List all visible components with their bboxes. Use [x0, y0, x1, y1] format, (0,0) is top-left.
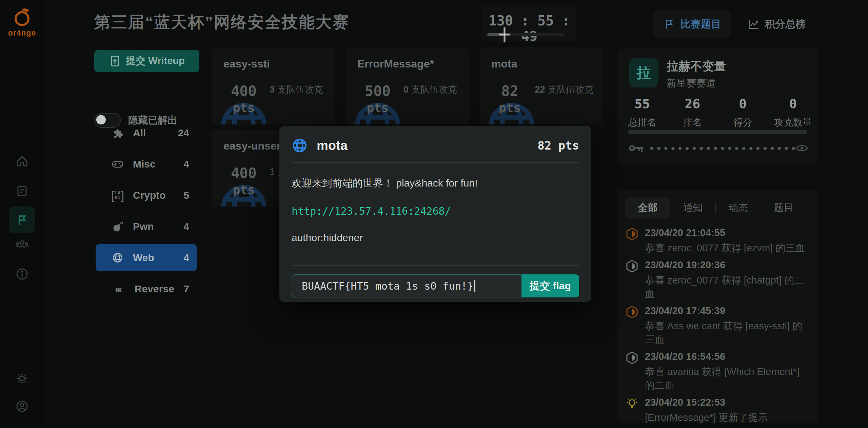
feed-tabs: 全部 通知 动态 题目 [625, 197, 818, 218]
modal-header: mota 82 pts [292, 137, 579, 154]
category-pwn[interactable]: Pwn 4 [96, 213, 197, 240]
challenge-card-mota[interactable]: mota 82pts 22支队伍攻克 [480, 47, 603, 124]
challenge-points: 82 [499, 83, 521, 99]
category-label: All [133, 127, 146, 139]
feed-tab-all[interactable]: 全部 [625, 197, 670, 218]
category-all[interactable]: All 24 [96, 119, 197, 147]
team-track: 新星赛赛道 [667, 77, 716, 90]
challenge-link[interactable]: http://123.57.4.116:24268/ [292, 205, 579, 217]
points-unit: pts [231, 183, 257, 197]
feed-tab-challenges[interactable]: 题目 [761, 197, 806, 218]
nav-challenges-label: 比赛题目 [680, 17, 721, 31]
points-unit: pts [365, 101, 391, 115]
feed-item: 23/04/20 17:45:39 恭喜 Ass we cant 获得 [eas… [625, 305, 810, 346]
upload-document-icon [109, 55, 121, 67]
challenge-title: easy-ssti [223, 58, 335, 70]
second-blood-badge-icon [625, 259, 639, 273]
feed-tab-activity[interactable]: 动态 [716, 197, 761, 218]
feed-time: 23/04/20 21:04:55 [645, 227, 810, 238]
nav-challenges-button[interactable]: 比赛题目 [653, 10, 731, 38]
line-chart-icon [747, 18, 760, 30]
challenge-title: ErrorMessage* [357, 58, 469, 70]
filter-divider [94, 104, 199, 104]
eye-icon[interactable] [795, 143, 809, 153]
globe-icon-blue [292, 137, 308, 154]
timer-countdown: 130 : 55 : 49 [482, 13, 576, 44]
feed-time: 23/04/20 17:45:39 [645, 305, 810, 316]
stat-label: 攻克数量 [768, 116, 818, 129]
modal-description: 欢迎来到前端的世界！ play&hack for fun! [292, 176, 579, 190]
page-title: 第三届“蓝天杯”网络安全技能大赛 [94, 12, 350, 33]
challenge-points: 500 [365, 83, 391, 99]
theme-toggle-icon[interactable] [15, 372, 29, 385]
stat-label: 总排名 [617, 116, 667, 129]
challenge-card-easy-ssti[interactable]: easy-ssti 400pts 3支队伍攻克 [212, 47, 335, 124]
feed-text: 恭喜 zeroc_0077 获得 [ezvm] 的三血 [645, 241, 810, 255]
category-count: 4 [183, 158, 189, 170]
submit-flag-button[interactable]: 提交 flag [521, 274, 579, 297]
category-count: 5 [183, 190, 189, 201]
category-misc[interactable]: Misc 4 [96, 151, 197, 178]
account-icon[interactable] [15, 400, 29, 413]
news-document-icon[interactable] [15, 184, 29, 198]
modal-divider [292, 162, 579, 163]
category-label: Pwn [133, 221, 154, 232]
team-progress-bar [628, 130, 807, 134]
team-token-row: ••••••••••••••••••••••••• [628, 142, 809, 154]
card-divider [219, 76, 328, 76]
home-icon[interactable] [15, 154, 29, 168]
category-count: 24 [178, 127, 189, 139]
feed-time: 23/04/20 16:54:56 [645, 351, 810, 362]
challenge-author: author:hiddener [292, 232, 579, 244]
feed-item: 23/04/20 21:04:55 恭喜 zeroc_0077 获得 [ezvm… [625, 227, 810, 255]
modal-challenge-title: mota [317, 138, 348, 153]
feed-time: 23/04/20 19:20:36 [645, 259, 810, 271]
team-stats: 55总排名 26排名 0得分 0攻克数量 [617, 96, 818, 129]
third-blood-badge-icon [625, 227, 639, 241]
feed-tab-notices[interactable]: 通知 [670, 197, 715, 218]
category-web-selected[interactable]: Web 4 [96, 244, 197, 271]
feed-items: 23/04/20 21:04:55 恭喜 zeroc_0077 获得 [ezvm… [625, 227, 810, 423]
team-token-hidden: ••••••••••••••••••••••••• [650, 142, 795, 154]
points-unit: pts [231, 101, 257, 115]
flag-input[interactable]: BUAACTF{HT5_mota_1s_s0_fun!} [292, 274, 521, 297]
challenge-solves: 0支队伍攻克 [400, 83, 460, 115]
chevrons-left-icon: ‹‹‹ [111, 283, 126, 295]
card-divider [487, 76, 595, 76]
team-name: 拉赫不变量 [667, 58, 726, 74]
category-reverse[interactable]: ‹‹‹ Reverse 7 [96, 275, 197, 303]
teams-icon[interactable] [15, 237, 29, 251]
feed-text: 恭喜 zeroc_0077 获得 [chatgpt] 的二血 [645, 273, 810, 300]
flag-input-value: BUAACTF{HT5_mota_1s_s0_fun!} [302, 280, 473, 292]
challenge-points: 400 [231, 165, 257, 181]
category-count: 4 [183, 252, 189, 264]
brand-logo[interactable]: or4nge [0, 6, 44, 38]
submit-writeup-label: 提交 Writeup [126, 54, 184, 68]
category-label: Crypto [133, 190, 166, 201]
feed-text: 恭喜 avaritia 获得 [Which Element*] 的二血 [645, 365, 810, 392]
nav-leaderboard-button[interactable]: 积分总榜 [736, 10, 817, 38]
brand-logo-text: or4nge [0, 28, 44, 38]
submit-writeup-button[interactable]: 提交 Writeup [94, 50, 199, 72]
activity-feed-card: 全部 通知 动态 题目 23/04/20 21:04:55 恭喜 zeroc_0… [617, 190, 818, 423]
stat-label: 排名 [667, 116, 717, 129]
text-caret [474, 280, 475, 292]
challenge-card-errormessage[interactable]: ErrorMessage* 500pts 0支队伍攻克 [346, 47, 469, 124]
challenge-solves: 22支队伍攻克 [534, 83, 594, 115]
category-label: Reverse [135, 283, 174, 295]
left-rail: or4nge [0, 0, 44, 428]
puzzle-icon [111, 127, 124, 139]
challenges-flag-icon[interactable] [15, 213, 29, 227]
challenge-detail-modal: mota 82 pts 欢迎来到前端的世界！ play&hack for fun… [279, 126, 591, 302]
category-count: 4 [183, 221, 189, 232]
challenge-points: 400 [231, 83, 257, 99]
bomb-icon [111, 220, 124, 233]
info-icon[interactable] [15, 267, 29, 281]
feed-item: 23/04/20 19:20:36 恭喜 zeroc_0077 获得 [chat… [625, 259, 810, 300]
third-blood-badge-icon [625, 305, 639, 319]
feed-item: 23/04/20 16:54:56 恭喜 avaritia 获得 [Which … [625, 351, 810, 392]
category-crypto[interactable]: [ 1001 ] Crypto 5 [96, 182, 197, 209]
nav-leaderboard-label: 积分总榜 [765, 17, 806, 31]
modal-challenge-points: 82 pts [537, 139, 579, 152]
category-label: Misc [133, 158, 156, 170]
